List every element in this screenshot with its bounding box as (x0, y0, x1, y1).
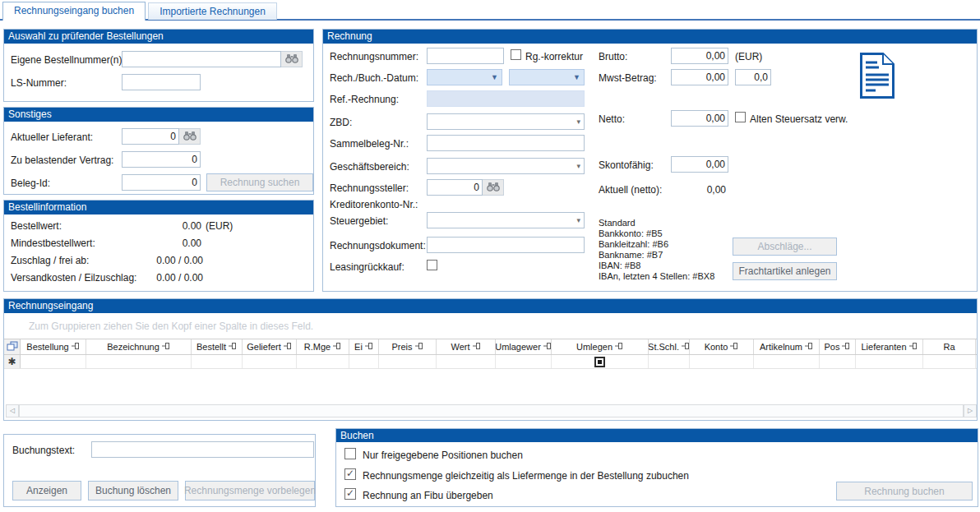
cell-artikelnum[interactable] (754, 355, 820, 368)
cell-stschl[interactable] (649, 355, 690, 368)
rechnungssteller-search-button[interactable] (483, 179, 504, 196)
column-header-stschl[interactable]: St.Schl. (649, 339, 690, 354)
geschaeftsbereich-dropdown[interactable]: ▾ (427, 158, 585, 174)
zu-belastender-vertrag-input[interactable] (122, 151, 201, 168)
column-header-bezeichnung[interactable]: Bezeichnung (86, 339, 192, 354)
cell-ei[interactable] (349, 355, 379, 368)
mwst-satz-input[interactable] (735, 69, 771, 85)
column-header-bestellt[interactable]: Bestellt (192, 339, 243, 354)
horizontal-scrollbar[interactable]: ◁ ▷ (6, 404, 977, 417)
pin-icon[interactable] (682, 342, 690, 352)
pin-icon[interactable] (730, 342, 738, 352)
chevron-down-icon: ▾ (576, 163, 580, 170)
column-header-konto[interactable]: Konto (690, 339, 754, 354)
pin-icon[interactable] (72, 342, 80, 352)
lieferant-search-button[interactable] (179, 128, 201, 145)
pin-icon[interactable] (229, 342, 237, 352)
rechnungsnummer-input[interactable] (427, 48, 504, 64)
eigene-bestellnummer-search-button[interactable] (281, 51, 303, 67)
binoculars-icon (183, 131, 197, 143)
anzeigen-button[interactable]: Anzeigen (12, 481, 81, 500)
eigene-bestellnummer-input[interactable] (122, 51, 281, 67)
skontofaehig-input[interactable] (671, 156, 728, 173)
sammelbeleg-input[interactable] (427, 135, 585, 151)
steuergebiet-dropdown[interactable]: ▾ (427, 212, 585, 228)
scroll-right-arrow[interactable]: ▷ (964, 404, 977, 417)
column-header-rmge[interactable]: R.Mge (297, 339, 349, 354)
column-header-bestellung[interactable]: Bestellung (21, 339, 86, 354)
nur-freigegebene-label: Nur freigegebene Positionen buchen (363, 450, 523, 461)
pin-icon[interactable] (842, 342, 850, 352)
cell-umlegen[interactable] (552, 355, 649, 368)
tab-bar: Rechnungseingang buchen Importierte Rech… (2, 2, 277, 21)
leasingrueckkauf-checkbox[interactable] (427, 260, 437, 270)
pin-icon[interactable] (615, 342, 623, 352)
netto-input[interactable] (671, 110, 728, 127)
buchungstext-input[interactable] (91, 441, 314, 458)
column-header-artikelnum[interactable]: Artikelnum (754, 339, 820, 354)
column-header-ra[interactable]: Ra (923, 339, 976, 354)
mwst-betrag-input[interactable] (671, 69, 728, 85)
bank-info-block: Standard Bankkonto: #B5 Bankleitzahl: #B… (599, 218, 714, 282)
column-header-lieferanten[interactable]: Lieferanten (856, 339, 923, 354)
buchung-loeschen-button[interactable]: Buchung löschen (88, 481, 178, 500)
rechnung-suchen-button[interactable]: Rechnung suchen (206, 173, 313, 191)
cell-pos[interactable] (820, 355, 856, 368)
group-by-drop-area[interactable]: Zum Gruppieren ziehen Sie den Kopf einer… (29, 321, 313, 332)
cell-bestellt[interactable] (192, 355, 243, 368)
rg-korrektur-checkbox[interactable] (511, 49, 521, 60)
cell-konto[interactable] (690, 355, 754, 368)
pin-icon[interactable] (543, 342, 552, 352)
cell-lieferanten[interactable] (856, 355, 923, 368)
pin-icon[interactable] (365, 342, 373, 352)
rechnungsmenge-vorbelegen-button[interactable]: Rechnungsmenge vorbelegen (185, 481, 315, 500)
scrollbar-thumb[interactable] (19, 404, 964, 417)
leasingrueckkauf-label: Leasingrückkauf: (330, 261, 404, 273)
pin-icon[interactable] (284, 342, 292, 352)
fibu-uebergeben-checkbox[interactable] (344, 488, 356, 500)
column-header-geliefert[interactable]: Geliefert (243, 339, 297, 354)
zbd-dropdown[interactable]: ▾ (427, 113, 585, 130)
abschlaege-button[interactable]: Abschläge... (733, 238, 837, 256)
cell-rmge[interactable] (297, 355, 349, 368)
beleg-id-input[interactable] (122, 174, 201, 191)
tab-importierte-rechnungen[interactable]: Importierte Rechnungen (148, 2, 277, 20)
pin-icon[interactable] (162, 342, 170, 352)
cell-bestellung[interactable] (21, 355, 86, 368)
column-header-pos[interactable]: Pos (820, 339, 856, 354)
nur-freigegebene-checkbox[interactable] (344, 448, 356, 459)
column-header-umlagewer[interactable]: Umlagewer (496, 339, 552, 354)
cell-umlagewer[interactable] (496, 355, 552, 368)
grid-new-row[interactable]: ✱ (4, 355, 977, 369)
brutto-input[interactable] (671, 48, 728, 64)
column-header-wert[interactable]: Wert (437, 339, 496, 354)
rechnungsdatum-dropdown[interactable]: ▼ (427, 69, 502, 85)
tab-rechnungseingang-buchen[interactable]: Rechnungseingang buchen (2, 2, 146, 21)
cell-bezeichnung[interactable] (86, 355, 192, 368)
ls-nummer-input[interactable] (122, 74, 201, 90)
umlegen-checkbox[interactable] (594, 357, 605, 367)
rechnungsmenge-zubuchen-checkbox[interactable] (344, 468, 356, 480)
grid-corner-selector[interactable] (4, 339, 21, 354)
pin-icon[interactable] (415, 342, 423, 352)
buchungsdatum-dropdown[interactable]: ▼ (509, 69, 585, 85)
rechnungssteller-input[interactable] (427, 179, 483, 196)
pin-icon[interactable] (333, 342, 341, 352)
cell-ra[interactable] (923, 355, 976, 368)
cell-wert[interactable] (437, 355, 496, 368)
sonstiges-panel: Sonstiges Aktueller Lieferant: Zu belast… (3, 107, 314, 195)
column-header-umlegen[interactable]: Umlegen (552, 339, 649, 354)
frachtartikel-anlegen-button[interactable]: Frachtartikel anlegen (733, 262, 837, 280)
pin-icon[interactable] (473, 342, 481, 352)
pin-icon[interactable] (805, 342, 813, 352)
cell-preis[interactable] (379, 355, 437, 368)
column-header-ei[interactable]: Ei (349, 339, 379, 354)
aktueller-lieferant-input[interactable] (122, 128, 179, 145)
rechnung-buchen-button[interactable]: Rechnung buchen (836, 482, 973, 500)
rechnungsdokument-input[interactable] (427, 237, 585, 253)
cell-geliefert[interactable] (243, 355, 297, 368)
alten-steuersatz-checkbox[interactable] (735, 112, 746, 122)
column-header-preis[interactable]: Preis (379, 339, 437, 354)
scroll-left-arrow[interactable]: ◁ (6, 404, 19, 417)
pin-icon[interactable] (909, 342, 918, 352)
